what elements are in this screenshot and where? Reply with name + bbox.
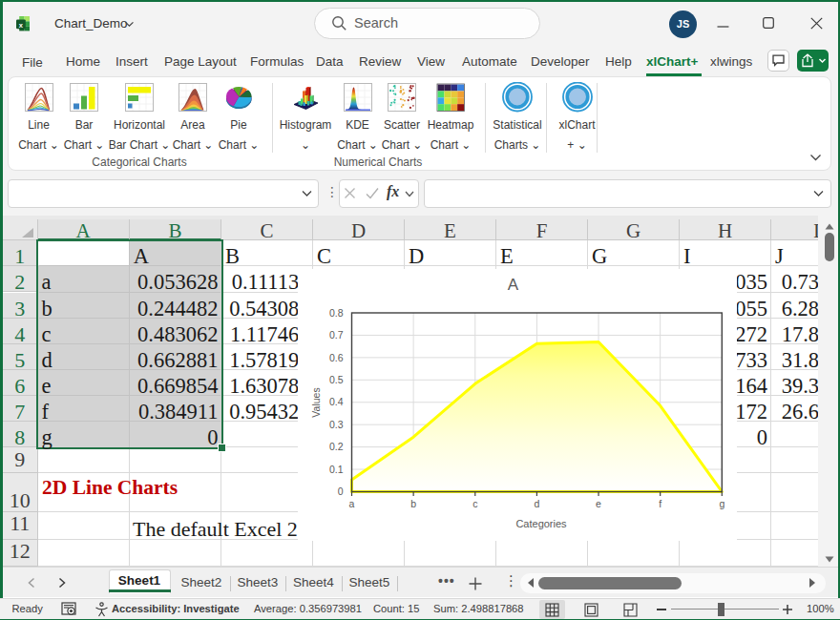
svg-text:A: A	[507, 276, 518, 294]
svg-text:0.3: 0.3	[328, 419, 343, 430]
svg-text:0.5: 0.5	[328, 374, 343, 385]
svg-text:d: d	[534, 498, 539, 509]
svg-text:f: f	[659, 498, 662, 509]
svg-text:e: e	[596, 498, 601, 509]
svg-text:c: c	[472, 498, 477, 509]
svg-text:a: a	[348, 498, 354, 509]
svg-text:0.6: 0.6	[328, 352, 343, 363]
svg-text:g: g	[719, 498, 724, 509]
svg-text:0: 0	[337, 486, 343, 497]
svg-text:b: b	[410, 498, 416, 509]
svg-text:0.4: 0.4	[328, 396, 343, 407]
svg-text:0.7: 0.7	[328, 329, 343, 341]
svg-text:Values: Values	[310, 387, 322, 417]
svg-text:0.2: 0.2	[328, 441, 343, 452]
svg-text:Categories: Categories	[515, 518, 567, 529]
svg-text:0.1: 0.1	[328, 464, 343, 475]
svg-text:0.8: 0.8	[328, 307, 343, 319]
